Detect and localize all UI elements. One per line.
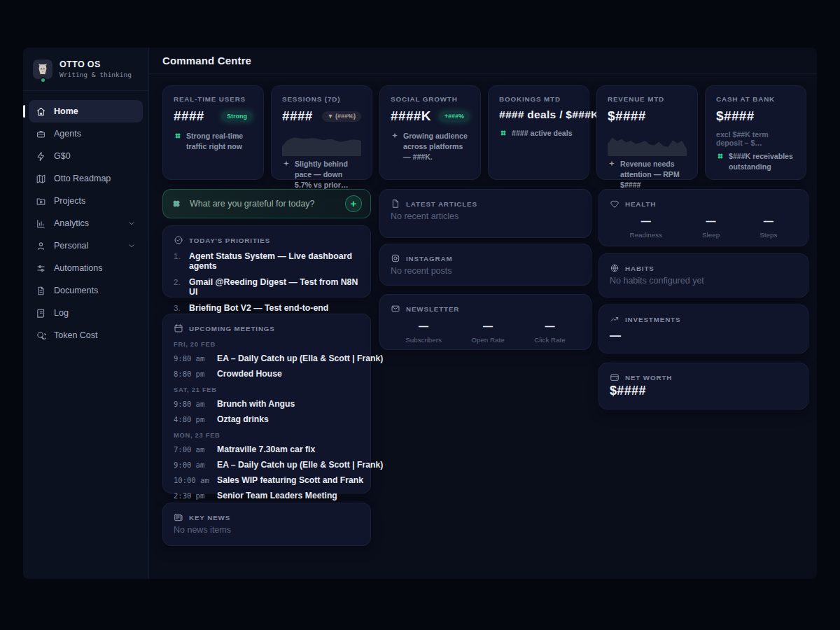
- card-health: HEALTH — Readiness — Sleep — Steps: [598, 189, 808, 246]
- sidebar-item-documents[interactable]: Documents: [29, 279, 143, 302]
- page-header: Command Centre: [149, 48, 817, 74]
- stat-note: Growing audience across platforms — ###K…: [403, 131, 470, 162]
- scroll-icon: [36, 308, 46, 318]
- stat-value: $####: [716, 108, 755, 124]
- card-title: HABITS: [625, 265, 654, 272]
- stat-label: Subscribers: [405, 336, 442, 344]
- calendar-icon: [174, 323, 183, 333]
- stat-note: Strong real-time traffic right now: [186, 131, 253, 152]
- meeting-title: EA – Daily Catch up (Ella & Scott | Fran…: [217, 354, 383, 363]
- workspace-status: Writing & thinking: [59, 71, 132, 78]
- stat-note: Revenue needs attention — RPM $####: [620, 159, 687, 190]
- sparkle-icon: [391, 132, 399, 140]
- meeting-row: 2:30 pm Senior Team Leaders Meeting: [174, 491, 360, 500]
- card-net-worth: NET WORTH $####: [598, 363, 808, 410]
- card-title: UPCOMING MEETINGS: [189, 325, 275, 332]
- online-status-dot: [40, 77, 46, 83]
- card-newsletter: NEWSLETTER — Subscribers — Open Rate — C…: [379, 294, 592, 350]
- gratitude-input[interactable]: [188, 198, 338, 209]
- sidebar-item-personal[interactable]: Personal: [29, 234, 143, 257]
- chevron-down-icon[interactable]: [127, 219, 136, 227]
- bar-chart-icon: [36, 218, 46, 229]
- globe-icon: [610, 263, 620, 273]
- sidebar-item-automations[interactable]: Automations: [29, 257, 143, 279]
- sparkle-icon: [282, 160, 290, 168]
- stat-value: —: [760, 216, 777, 227]
- meeting-day-label: FRI, 20 FEB: [174, 341, 360, 348]
- meeting-row: 10:00 am Sales WIP featuring Scott and F…: [174, 475, 360, 485]
- sidebar-item-analytics[interactable]: Analytics: [29, 212, 143, 234]
- sidebar-item-label: Projects: [54, 196, 85, 206]
- workspace-name: OTTO OS: [59, 59, 132, 69]
- stat-subscribers: — Subscribers: [405, 321, 442, 344]
- card-title: REAL-TIME USERS: [174, 95, 253, 103]
- card-upcoming-meetings: UPCOMING MEETINGS FRI, 20 FEB 9:80 am EA…: [162, 314, 371, 493]
- card-title: BOOKINGS MTD: [499, 95, 578, 103]
- status-badge: ▼ (###%): [322, 111, 361, 122]
- card-title: LATEST ARTICLES: [406, 200, 477, 208]
- card-title: SOCIAL GROWTH: [391, 95, 470, 103]
- net-worth-value: $####: [610, 384, 797, 398]
- empty-state-text: No recent posts: [391, 266, 580, 276]
- chevron-down-icon[interactable]: [127, 241, 136, 250]
- meeting-time: 4:80 pm: [174, 415, 217, 424]
- stat-steps: — Steps: [760, 216, 777, 239]
- meeting-time: 9:80 am: [174, 400, 217, 408]
- card-title: NEWSLETTER: [406, 305, 459, 313]
- priority-text: Gmail @Reeding Digest — Test from N8N UI: [189, 277, 360, 297]
- workspace-avatar: [33, 59, 52, 79]
- card-realtime-users: REAL-TIME USERS #### Strong Strong real-…: [162, 85, 264, 180]
- sidebar-item-agents[interactable]: Agents: [29, 122, 143, 145]
- lightning-icon: [36, 151, 46, 162]
- article-icon: [391, 199, 400, 209]
- stat-value: —: [534, 321, 566, 332]
- workspace-info: OTTO OS Writing & thinking: [59, 59, 132, 78]
- stat-readiness: — Readiness: [630, 216, 662, 239]
- document-icon: [36, 286, 46, 296]
- empty-state-text: No recent articles: [391, 211, 580, 221]
- stat-value: ####: [282, 108, 313, 124]
- meeting-row: 9:80 am Brunch with Angus: [174, 399, 360, 409]
- meeting-day-label: SAT, 21 FEB: [174, 386, 360, 393]
- folder-icon: [36, 196, 46, 206]
- stat-value: —: [630, 216, 662, 227]
- sidebar-item-home[interactable]: Home: [29, 100, 143, 122]
- priority-text: Agent Status System — Live dashboard age…: [189, 251, 360, 271]
- meeting-day-label: MON, 23 FEB: [174, 432, 360, 439]
- sidebar-item-label: Home: [54, 106, 78, 116]
- card-investments: INVESTMENTS —: [598, 304, 808, 354]
- workspace-header: OTTO OS Writing & thinking: [23, 48, 148, 91]
- card-title: CASH AT BANK: [716, 95, 795, 103]
- meeting-row: 7:00 am Matraville 7.30am car fix: [174, 444, 360, 454]
- sidebar-item-label: Otto Readmap: [54, 174, 111, 183]
- priority-number: 2.: [174, 278, 183, 286]
- home-icon: [36, 106, 46, 117]
- clover-icon: [499, 129, 507, 137]
- sidebar-item-log[interactable]: Log: [29, 302, 143, 324]
- meeting-time: 9:80 am: [174, 354, 217, 363]
- sidebar-item-projects[interactable]: Projects: [29, 190, 143, 212]
- card-title: INSTAGRAM: [406, 255, 453, 262]
- meeting-row: 4:80 pm Oztag drinks: [174, 414, 360, 424]
- sessions-sparkline: [282, 130, 361, 156]
- stat-label: Click Rate: [534, 336, 566, 344]
- card-title: INVESTMENTS: [625, 316, 680, 323]
- add-gratitude-button[interactable]: +: [345, 195, 362, 212]
- stat-label: Readiness: [630, 231, 662, 239]
- sidebar-item-otto-roadmap[interactable]: Otto Readmap: [29, 167, 143, 190]
- clover-icon: [172, 199, 181, 209]
- sidebar-item-label: Documents: [54, 286, 98, 295]
- card-latest-articles: LATEST ARTICLES No recent articles: [379, 189, 592, 238]
- trending-up-icon: [610, 314, 620, 324]
- sidebar-item-label: Log: [54, 308, 69, 318]
- card-habits: HABITS No habits configured yet: [598, 253, 808, 298]
- clover-icon: [716, 152, 724, 160]
- sidebar-item-token-cost[interactable]: Token Cost: [29, 324, 143, 346]
- stat-label: Sleep: [702, 231, 720, 239]
- sidebar-item-label: G$0: [54, 151, 71, 161]
- meeting-title: Sales WIP featuring Scott and Frank: [217, 475, 363, 485]
- meeting-title: Crowded House: [217, 369, 282, 379]
- sidebar-item-label: Automations: [54, 263, 102, 273]
- sidebar-item-gsd[interactable]: G$0: [29, 145, 143, 167]
- stat-label: Steps: [760, 231, 777, 239]
